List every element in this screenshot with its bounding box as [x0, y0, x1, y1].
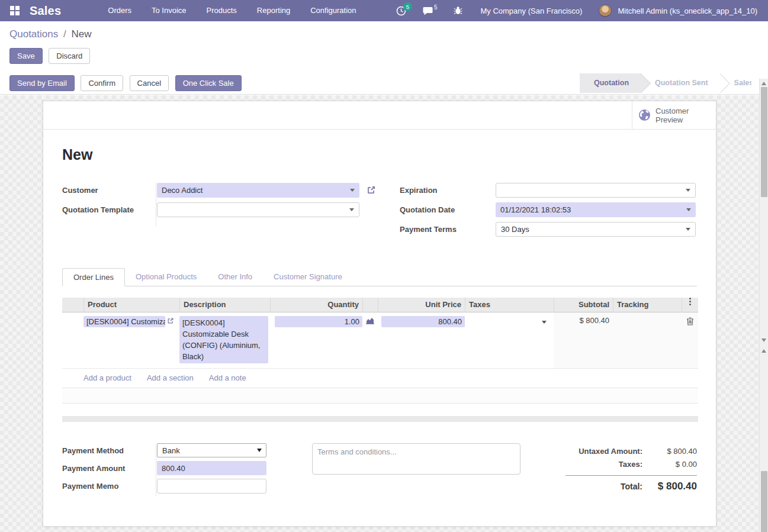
- app-brand[interactable]: Sales: [30, 4, 61, 18]
- customer-preview-button[interactable]: Customer Preview: [632, 101, 716, 129]
- quotation-template-field[interactable]: [157, 202, 359, 217]
- totals-divider: [565, 475, 697, 476]
- tab-customer-signature[interactable]: Customer Signature: [263, 268, 353, 286]
- quotation-date-field[interactable]: 01/12/2021 18:02:53: [496, 202, 696, 217]
- col-description[interactable]: Description: [179, 298, 270, 312]
- add-note-link[interactable]: Add a note: [209, 373, 246, 382]
- add-product-link[interactable]: Add a product: [83, 373, 131, 382]
- customer-value: Deco Addict: [162, 186, 203, 195]
- terms-and-conditions-field[interactable]: [312, 443, 520, 475]
- chevron-down-icon: [686, 208, 691, 211]
- quotation-template-label: Quotation Template: [62, 205, 157, 214]
- table-row: [DESK0004] Customizable Desk (CONFIG) (A…: [62, 312, 698, 369]
- col-quantity[interactable]: Quantity: [270, 298, 362, 312]
- payment-method-label: Payment Method: [62, 446, 157, 455]
- state-quotation[interactable]: Quotation: [580, 73, 641, 93]
- payment-method-select[interactable]: Bank: [157, 443, 266, 457]
- avatar: [599, 4, 612, 17]
- order-lines-table: Product Description Quantity Unit Price …: [62, 298, 698, 404]
- breadcrumb-quotations[interactable]: Quotations: [9, 28, 58, 40]
- col-tracking-number[interactable]: Tracking Number: [613, 298, 682, 312]
- menu-reporting[interactable]: Reporting: [247, 0, 300, 21]
- vertical-scrollbar[interactable]: [759, 79, 768, 532]
- apps-menu-icon[interactable]: [5, 0, 25, 21]
- discard-button[interactable]: Discard: [49, 48, 90, 64]
- activity-count-badge: 5: [403, 2, 412, 11]
- save-button[interactable]: Save: [9, 48, 43, 64]
- expiration-field[interactable]: [496, 183, 696, 198]
- chevron-down-icon: [686, 189, 690, 192]
- horizontal-scrollbar[interactable]: [62, 416, 698, 422]
- payment-terms-field[interactable]: 30 Days: [496, 222, 696, 237]
- topbar: Sales Orders To Invoice Products Reporti…: [0, 0, 768, 21]
- scrollbar-thumb[interactable]: [761, 87, 767, 197]
- menu-configuration[interactable]: Configuration: [300, 0, 366, 21]
- payment-method-value: Bank: [162, 446, 180, 455]
- scrollbar-thumb[interactable]: [761, 471, 767, 532]
- payment-amount-field[interactable]: 800.40: [157, 461, 266, 475]
- customer-label: Customer: [62, 186, 157, 195]
- chevron-down-icon: [542, 321, 547, 324]
- table-header: Product Description Quantity Unit Price …: [62, 298, 698, 312]
- description-cell[interactable]: [DESK0004] Customizable Desk (CONFIG) (A…: [179, 316, 268, 363]
- subtotal-cell: $ 800.40: [579, 315, 609, 325]
- row-drag-handle[interactable]: [62, 316, 83, 363]
- chevron-down-icon: [349, 208, 354, 211]
- menu-to-invoice[interactable]: To Invoice: [142, 0, 197, 21]
- customer-external-link-icon[interactable]: [367, 185, 376, 195]
- tracking-number-cell[interactable]: [613, 312, 682, 368]
- expiration-label: Expiration: [400, 186, 496, 195]
- activities-button[interactable]: 5: [389, 0, 413, 21]
- col-subtotal[interactable]: Subtotal: [554, 298, 613, 312]
- forecast-graph-icon[interactable]: [366, 316, 374, 363]
- taxes-cell[interactable]: [465, 316, 554, 363]
- company-switcher[interactable]: My Company (San Francisco): [472, 7, 590, 15]
- breadcrumb-separator: /: [63, 28, 66, 40]
- scroll-up-icon[interactable]: [761, 349, 766, 353]
- tab-other-info[interactable]: Other Info: [207, 268, 263, 286]
- menu-orders[interactable]: Orders: [98, 0, 142, 21]
- product-cell[interactable]: [DESK0004] Customizable Desk (CONFIG) (A…: [83, 316, 165, 327]
- notebook-tabs: Order Lines Optional Products Other Info…: [62, 268, 697, 286]
- one-click-sale-button[interactable]: One Click Sale: [175, 75, 242, 91]
- taxes-total-label: Taxes:: [619, 460, 642, 469]
- scroll-down-icon[interactable]: [761, 338, 766, 342]
- form-view-background: Customer Preview New Customer Deco Addic…: [0, 95, 759, 532]
- total-value: $ 800.40: [642, 481, 697, 492]
- menu-products[interactable]: Products: [197, 0, 247, 21]
- record-title: New: [62, 146, 697, 163]
- payment-memo-field[interactable]: [157, 479, 266, 494]
- customer-field[interactable]: Deco Addict: [157, 183, 359, 198]
- tab-optional-products[interactable]: Optional Products: [125, 268, 207, 286]
- unit-price-cell[interactable]: 800.40: [381, 316, 465, 327]
- add-section-link[interactable]: Add a section: [147, 373, 194, 382]
- form-statusbar: Send by Email Confirm Cancel One Click S…: [0, 72, 768, 95]
- col-taxes[interactable]: Taxes: [465, 298, 554, 312]
- total-label: Total:: [621, 482, 642, 491]
- cancel-button[interactable]: Cancel: [130, 75, 169, 91]
- state-quotation-sent[interactable]: Quotation Sent: [641, 73, 720, 93]
- user-menu[interactable]: Mitchell Admin (ks_oneclick_app_14_10): [618, 7, 763, 15]
- breadcrumb-current: New: [71, 28, 91, 40]
- delete-row-icon[interactable]: [686, 317, 694, 325]
- col-unit-price[interactable]: Unit Price: [378, 298, 465, 312]
- control-panel: Quotations / New Save Discard: [0, 21, 768, 64]
- totals-group: Untaxed Amount: $ 800.40 Taxes: $ 0.00 T…: [549, 443, 697, 497]
- odoo-sales-window: Sales Orders To Invoice Products Reporti…: [0, 0, 768, 532]
- col-product[interactable]: Product: [83, 298, 179, 312]
- messages-button[interactable]: 5: [416, 0, 445, 21]
- send-by-email-button[interactable]: Send by Email: [9, 75, 75, 91]
- scroll-up-icon[interactable]: [761, 82, 766, 85]
- message-count: 5: [434, 4, 438, 11]
- chevron-down-icon: [350, 189, 355, 192]
- column-options-icon[interactable]: [686, 298, 695, 305]
- globe-icon: [638, 109, 651, 121]
- product-external-link-icon[interactable]: [167, 317, 174, 324]
- payment-amount-value: 800.40: [162, 464, 185, 473]
- chevron-down-icon: [686, 228, 690, 231]
- quantity-cell[interactable]: 1.00: [275, 316, 362, 327]
- confirm-button[interactable]: Confirm: [81, 75, 123, 91]
- tab-order-lines[interactable]: Order Lines: [62, 268, 125, 286]
- breadcrumb: Quotations / New: [9, 28, 759, 40]
- debug-button[interactable]: [446, 0, 470, 21]
